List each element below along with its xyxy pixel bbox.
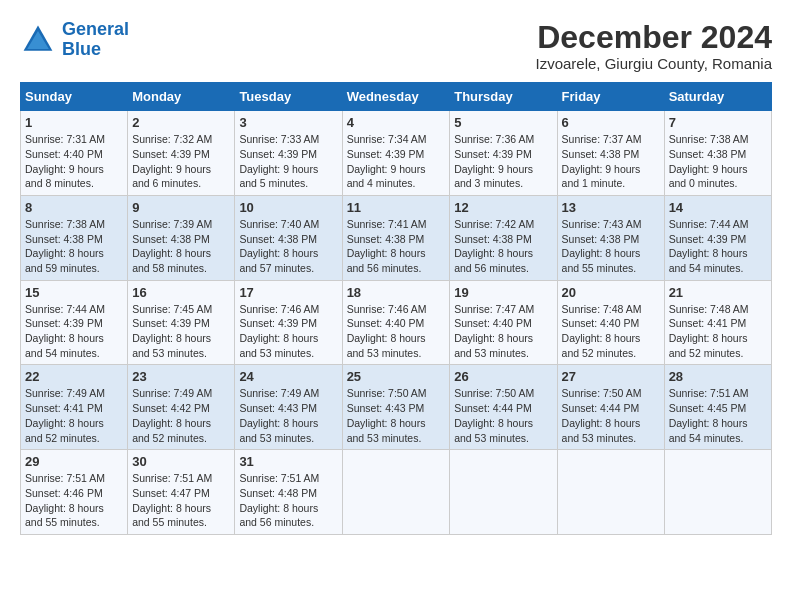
col-tuesday: Tuesday bbox=[235, 83, 342, 111]
logo: General Blue bbox=[20, 20, 129, 60]
day-28: 28 Sunrise: 7:51 AMSunset: 4:45 PMDaylig… bbox=[664, 365, 771, 450]
col-thursday: Thursday bbox=[450, 83, 557, 111]
table-row: 15 Sunrise: 7:44 AMSunset: 4:39 PMDaylig… bbox=[21, 280, 772, 365]
empty-cell bbox=[342, 450, 450, 535]
logo-line2: Blue bbox=[62, 39, 101, 59]
calendar-table: Sunday Monday Tuesday Wednesday Thursday… bbox=[20, 82, 772, 535]
day-5: 5 Sunrise: 7:36 AMSunset: 4:39 PMDayligh… bbox=[450, 111, 557, 196]
day-24: 24 Sunrise: 7:49 AMSunset: 4:43 PMDaylig… bbox=[235, 365, 342, 450]
day-27: 27 Sunrise: 7:50 AMSunset: 4:44 PMDaylig… bbox=[557, 365, 664, 450]
col-friday: Friday bbox=[557, 83, 664, 111]
table-row: 8 Sunrise: 7:38 AMSunset: 4:38 PMDayligh… bbox=[21, 195, 772, 280]
day-7: 7 Sunrise: 7:38 AMSunset: 4:38 PMDayligh… bbox=[664, 111, 771, 196]
day-20: 20 Sunrise: 7:48 AMSunset: 4:40 PMDaylig… bbox=[557, 280, 664, 365]
table-row: 1 Sunrise: 7:31 AMSunset: 4:40 PMDayligh… bbox=[21, 111, 772, 196]
day-19: 19 Sunrise: 7:47 AMSunset: 4:40 PMDaylig… bbox=[450, 280, 557, 365]
day-16: 16 Sunrise: 7:45 AMSunset: 4:39 PMDaylig… bbox=[128, 280, 235, 365]
day-17: 17 Sunrise: 7:46 AMSunset: 4:39 PMDaylig… bbox=[235, 280, 342, 365]
day-12: 12 Sunrise: 7:42 AMSunset: 4:38 PMDaylig… bbox=[450, 195, 557, 280]
calendar-header-row: Sunday Monday Tuesday Wednesday Thursday… bbox=[21, 83, 772, 111]
logo-icon bbox=[20, 22, 56, 58]
day-15: 15 Sunrise: 7:44 AMSunset: 4:39 PMDaylig… bbox=[21, 280, 128, 365]
day-25: 25 Sunrise: 7:50 AMSunset: 4:43 PMDaylig… bbox=[342, 365, 450, 450]
day-22: 22 Sunrise: 7:49 AMSunset: 4:41 PMDaylig… bbox=[21, 365, 128, 450]
empty-cell bbox=[557, 450, 664, 535]
day-30: 30 Sunrise: 7:51 AMSunset: 4:47 PMDaylig… bbox=[128, 450, 235, 535]
logo-text: General Blue bbox=[62, 20, 129, 60]
empty-cell bbox=[664, 450, 771, 535]
day-11: 11 Sunrise: 7:41 AMSunset: 4:38 PMDaylig… bbox=[342, 195, 450, 280]
day-4: 4 Sunrise: 7:34 AMSunset: 4:39 PMDayligh… bbox=[342, 111, 450, 196]
day-1: 1 Sunrise: 7:31 AMSunset: 4:40 PMDayligh… bbox=[21, 111, 128, 196]
day-26: 26 Sunrise: 7:50 AMSunset: 4:44 PMDaylig… bbox=[450, 365, 557, 450]
day-2: 2 Sunrise: 7:32 AMSunset: 4:39 PMDayligh… bbox=[128, 111, 235, 196]
day-10: 10 Sunrise: 7:40 AMSunset: 4:38 PMDaylig… bbox=[235, 195, 342, 280]
page-subtitle: Izvoarele, Giurgiu County, Romania bbox=[536, 55, 773, 72]
day-6: 6 Sunrise: 7:37 AMSunset: 4:38 PMDayligh… bbox=[557, 111, 664, 196]
title-block: December 2024 Izvoarele, Giurgiu County,… bbox=[536, 20, 773, 72]
day-21: 21 Sunrise: 7:48 AMSunset: 4:41 PMDaylig… bbox=[664, 280, 771, 365]
day-31: 31 Sunrise: 7:51 AMSunset: 4:48 PMDaylig… bbox=[235, 450, 342, 535]
col-monday: Monday bbox=[128, 83, 235, 111]
page-header: General Blue December 2024 Izvoarele, Gi… bbox=[20, 20, 772, 72]
day-13: 13 Sunrise: 7:43 AMSunset: 4:38 PMDaylig… bbox=[557, 195, 664, 280]
page-title: December 2024 bbox=[536, 20, 773, 55]
day-23: 23 Sunrise: 7:49 AMSunset: 4:42 PMDaylig… bbox=[128, 365, 235, 450]
col-wednesday: Wednesday bbox=[342, 83, 450, 111]
day-3: 3 Sunrise: 7:33 AMSunset: 4:39 PMDayligh… bbox=[235, 111, 342, 196]
day-14: 14 Sunrise: 7:44 AMSunset: 4:39 PMDaylig… bbox=[664, 195, 771, 280]
table-row: 22 Sunrise: 7:49 AMSunset: 4:41 PMDaylig… bbox=[21, 365, 772, 450]
day-18: 18 Sunrise: 7:46 AMSunset: 4:40 PMDaylig… bbox=[342, 280, 450, 365]
logo-line1: General bbox=[62, 19, 129, 39]
col-saturday: Saturday bbox=[664, 83, 771, 111]
day-8: 8 Sunrise: 7:38 AMSunset: 4:38 PMDayligh… bbox=[21, 195, 128, 280]
day-29: 29 Sunrise: 7:51 AMSunset: 4:46 PMDaylig… bbox=[21, 450, 128, 535]
empty-cell bbox=[450, 450, 557, 535]
table-row: 29 Sunrise: 7:51 AMSunset: 4:46 PMDaylig… bbox=[21, 450, 772, 535]
col-sunday: Sunday bbox=[21, 83, 128, 111]
day-9: 9 Sunrise: 7:39 AMSunset: 4:38 PMDayligh… bbox=[128, 195, 235, 280]
